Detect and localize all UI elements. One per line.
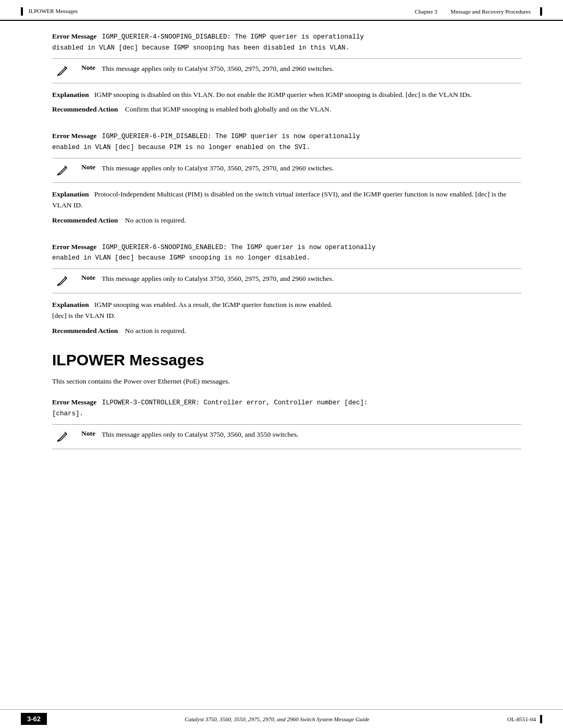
footer-right-text: OL-8551-04	[507, 716, 536, 722]
error-message-line-2: Error Message IGMP_QUERIER-6-PIM_DISABLE…	[52, 131, 521, 153]
error-message-line-1: Error Message IGMP_QUERIER-4-SNOOPING_DI…	[52, 31, 521, 53]
rec-action-2: Recommended Action No action is required…	[52, 215, 521, 226]
footer-center-text: Catalyst 3750, 3560, 3550, 2975, 2970, a…	[185, 716, 369, 722]
error-block-1: Error Message IGMP_QUERIER-4-SNOOPING_DI…	[52, 31, 521, 115]
page-header: ILPOWER Messages Chapter 3 Message and R…	[0, 0, 563, 21]
note-label-2: Note	[81, 163, 95, 171]
note-pencil-icon-ilpower	[52, 429, 73, 445]
error-block-2: Error Message IGMP_QUERIER-6-PIM_DISABLE…	[52, 131, 521, 226]
main-content: Error Message IGMP_QUERIER-4-SNOOPING_DI…	[0, 21, 563, 469]
rec-label-3: Recommended Action	[52, 327, 118, 335]
explanation-label-1: Explanation	[52, 91, 89, 98]
explanation-label-3: Explanation	[52, 301, 89, 309]
header-bar-left-icon	[21, 7, 23, 16]
section-heading-ilpower: ILPOWER Messages	[52, 351, 521, 369]
note-label-1: Note	[81, 63, 95, 72]
rec-text-1: Confirm that IGMP snooping is enabled bo…	[125, 105, 331, 113]
note-text-2: This message applies only to Catalyst 37…	[102, 163, 334, 174]
footer-page-num: 3-62	[21, 713, 47, 725]
error-block-3: Error Message IGMP_QUERIER-6-SNOOPING_EN…	[52, 242, 521, 337]
note-text-1: This message applies only to Catalyst 37…	[102, 63, 334, 74]
error-message-line-ilpower: Error Message ILPOWER-3-CONTROLLER_ERR: …	[52, 397, 521, 419]
header-breadcrumb-text: ILPOWER Messages	[29, 8, 78, 14]
error-label-3: Error Message	[52, 243, 96, 251]
header-breadcrumb: ILPOWER Messages	[21, 7, 78, 16]
note-box-3: Note This message applies only to Cataly…	[52, 268, 521, 293]
rec-action-1: Recommended Action Confirm that IGMP sno…	[52, 104, 521, 115]
note-label-3: Note	[81, 273, 95, 282]
note-pencil-icon-1	[52, 63, 73, 79]
header-bar-right-icon	[540, 7, 542, 16]
rec-label-2: Recommended Action	[52, 216, 118, 224]
page-footer: 3-62 Catalyst 3750, 3560, 3550, 2975, 29…	[0, 709, 563, 728]
note-text-3: This message applies only to Catalyst 37…	[102, 273, 334, 284]
header-right: Chapter 3 Message and Recovery Procedure…	[415, 7, 542, 16]
header-chapter: Chapter 3	[415, 8, 437, 15]
note-label-ilpower: Note	[81, 429, 95, 438]
explanation-label-2: Explanation	[52, 190, 89, 198]
footer-center: Catalyst 3750, 3560, 3550, 2975, 2970, a…	[47, 716, 507, 722]
rec-text-2: No action is required.	[125, 216, 186, 224]
error-label-2: Error Message	[52, 132, 96, 140]
note-pencil-icon-3	[52, 273, 73, 289]
explanation-text-2: Protocol-Independent Multicast (PIM) is …	[52, 190, 507, 209]
explanation-2: Explanation Protocol-Independent Multica…	[52, 189, 521, 211]
note-box-ilpower: Note This message applies only to Cataly…	[52, 424, 521, 449]
error-block-ilpower: Error Message ILPOWER-3-CONTROLLER_ERR: …	[52, 397, 521, 449]
explanation-3: Explanation IGMP snooping was enabled. A…	[52, 300, 521, 322]
footer-right-bar-icon	[540, 715, 542, 723]
error-label-ilpower: Error Message	[52, 398, 96, 406]
explanation-1: Explanation IGMP snooping is disabled on…	[52, 90, 521, 101]
explanation-text-1: IGMP snooping is disabled on this VLAN. …	[94, 91, 472, 98]
rec-action-3: Recommended Action No action is required…	[52, 326, 521, 337]
error-code-3: IGMP_QUERIER-6-SNOOPING_ENABLED: The IGM…	[52, 244, 376, 262]
note-text-ilpower: This message applies only to Catalyst 37…	[102, 429, 299, 440]
note-box-2: Note This message applies only to Cataly…	[52, 158, 521, 183]
rec-text-3: No action is required.	[125, 327, 186, 335]
header-separator	[443, 8, 446, 15]
footer-right: OL-8551-04	[507, 715, 542, 723]
note-pencil-icon-2	[52, 163, 73, 178]
header-title: Message and Recovery Procedures	[450, 8, 531, 15]
note-box-1: Note This message applies only to Cataly…	[52, 58, 521, 83]
rec-label-1: Recommended Action	[52, 105, 118, 113]
explanation-text-3: IGMP snooping was enabled. As a result, …	[52, 301, 333, 319]
section-intro-ilpower: This section contains the Power over Eth…	[52, 376, 521, 387]
error-label-1: Error Message	[52, 32, 96, 40]
error-message-line-3: Error Message IGMP_QUERIER-6-SNOOPING_EN…	[52, 242, 521, 264]
